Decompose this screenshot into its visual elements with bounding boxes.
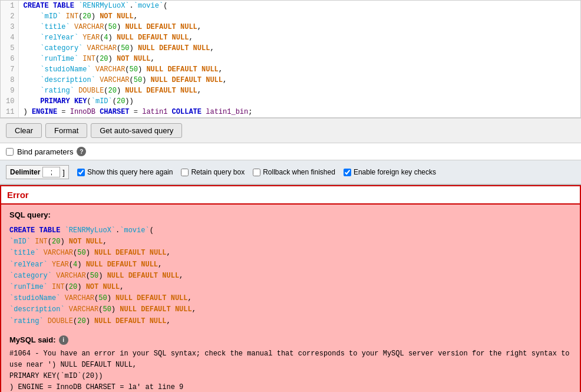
mysql-said-info-icon[interactable]: i bbox=[59, 335, 68, 345]
bind-params-label: Bind parameters bbox=[17, 147, 73, 156]
table-row: 7 `studioName` VARCHAR(50) NULL DEFAULT … bbox=[1, 64, 580, 75]
line-number: 8 bbox=[1, 75, 18, 85]
foreign-key-checkbox[interactable] bbox=[344, 169, 351, 176]
delimiter-bracket: ] bbox=[62, 168, 65, 177]
format-button[interactable]: Format bbox=[45, 123, 87, 138]
show-query-option: Show this query here again bbox=[77, 168, 173, 176]
options-row: Delimiter ] Show this query here again R… bbox=[0, 160, 581, 185]
show-query-label: Show this query here again bbox=[87, 168, 173, 176]
line-number: 2 bbox=[1, 11, 18, 22]
rollback-option: Rollback when finished bbox=[253, 168, 335, 176]
line-number: 3 bbox=[1, 22, 18, 32]
code-content: `runTime` INT(20) NOT NULL, bbox=[18, 54, 580, 64]
table-row: 9 `rating` DOUBLE(20) NULL DEFAULT NULL, bbox=[1, 85, 580, 96]
line-number: 1 bbox=[1, 1, 18, 11]
error-sql-line: `mID` INT(20) NOT NULL, bbox=[9, 236, 572, 248]
code-content: CREATE TABLE `RENRMyLuoX`.`movie`( bbox=[18, 1, 580, 11]
line-number: 9 bbox=[1, 85, 18, 96]
code-content: `rating` DOUBLE(20) NULL DEFAULT NULL, bbox=[18, 85, 580, 96]
rollback-label: Rollback when finished bbox=[263, 168, 335, 176]
table-row: 8 `description` VARCHAR(50) NULL DEFAULT… bbox=[1, 75, 580, 85]
code-table: 1CREATE TABLE `RENRMyLuoX`.`movie`(2 `mI… bbox=[1, 1, 580, 117]
error-sql-line: `relYear` YEAR(4) NULL DEFAULT NULL, bbox=[9, 259, 572, 271]
mysql-said-label: MySQL said: bbox=[9, 335, 56, 344]
error-sql-line: CREATE TABLE `RENRMyLuoX`.`movie`( bbox=[9, 225, 572, 236]
line-number: 7 bbox=[1, 64, 18, 75]
error-message: #1064 - You have an error in your SQL sy… bbox=[9, 348, 572, 392]
code-content: `studioName` VARCHAR(50) NULL DEFAULT NU… bbox=[18, 64, 580, 75]
error-section: Error SQL query: CREATE TABLE `RENRMyLuo… bbox=[0, 185, 581, 392]
table-row: 4 `relYear` YEAR(4) NULL DEFAULT NULL, bbox=[1, 32, 580, 43]
table-row: 1CREATE TABLE `RENRMyLuoX`.`movie`( bbox=[1, 1, 580, 11]
bind-params-row: Bind parameters ? bbox=[0, 143, 581, 160]
error-msg-line: #1064 - You have an error in your SQL sy… bbox=[9, 348, 572, 371]
code-content: ) ENGINE = InnoDB CHARSET = latin1 COLLA… bbox=[18, 107, 580, 117]
mysql-said-row: MySQL said: i bbox=[9, 335, 572, 345]
code-content: PRIMARY KEY(`mID`(20)) bbox=[18, 96, 580, 107]
table-row: 11) ENGINE = InnoDB CHARSET = latin1 COL… bbox=[1, 107, 580, 117]
error-sql-line: `description` VARCHAR(50) NULL DEFAULT N… bbox=[9, 304, 572, 315]
sql-code-block: CREATE TABLE `RENRMyLuoX`.`movie`( `mID`… bbox=[9, 225, 572, 327]
error-sql-line: `rating` DOUBLE(20) NULL DEFAULT NULL, bbox=[9, 316, 572, 327]
error-sql-line: `runTime` INT(20) NOT NULL, bbox=[9, 282, 572, 293]
error-msg-line: PRIMARY KEY(`mID`(20)) bbox=[9, 371, 572, 382]
delimiter-group: Delimiter ] bbox=[6, 165, 69, 179]
line-number: 6 bbox=[1, 54, 18, 64]
sql-query-label: SQL query: bbox=[9, 210, 572, 219]
bind-params-info-icon[interactable]: ? bbox=[77, 147, 86, 156]
table-row: 3 `title` VARCHAR(50) NULL DEFAULT NULL, bbox=[1, 22, 580, 32]
line-number: 5 bbox=[1, 43, 18, 54]
code-content: `relYear` YEAR(4) NULL DEFAULT NULL, bbox=[18, 32, 580, 43]
table-row: 6 `runTime` INT(20) NOT NULL, bbox=[1, 54, 580, 64]
line-number: 10 bbox=[1, 96, 18, 107]
show-query-checkbox[interactable] bbox=[77, 169, 85, 176]
retain-query-checkbox[interactable] bbox=[181, 169, 189, 176]
foreign-key-label: Enable foreign key checks bbox=[354, 168, 436, 176]
bind-params-checkbox[interactable] bbox=[6, 148, 14, 156]
error-msg-line: ) ENGINE = InnoDB CHARSET = la' at line … bbox=[9, 382, 572, 392]
table-row: 2 `mID` INT(20) NOT NULL, bbox=[1, 11, 580, 22]
error-sql-line: `category` VARCHAR(50) NULL DEFAULT NULL… bbox=[9, 271, 572, 282]
delimiter-input[interactable] bbox=[42, 167, 60, 177]
delimiter-label: Delimiter bbox=[10, 168, 40, 176]
rollback-checkbox[interactable] bbox=[253, 169, 260, 176]
foreign-key-option: Enable foreign key checks bbox=[344, 168, 436, 176]
code-content: `mID` INT(20) NOT NULL, bbox=[18, 11, 580, 22]
error-title: Error bbox=[7, 190, 29, 200]
retain-query-label: Retain query box bbox=[191, 168, 245, 176]
line-number: 11 bbox=[1, 107, 18, 117]
clear-button[interactable]: Clear bbox=[6, 123, 42, 138]
error-body: SQL query: CREATE TABLE `RENRMyLuoX`.`mo… bbox=[1, 205, 580, 392]
table-row: 5 `category` VARCHAR(50) NULL DEFAULT NU… bbox=[1, 43, 580, 54]
code-content: `description` VARCHAR(50) NULL DEFAULT N… bbox=[18, 75, 580, 85]
code-content: `title` VARCHAR(50) NULL DEFAULT NULL, bbox=[18, 22, 580, 32]
table-row: 10 PRIMARY KEY(`mID`(20)) bbox=[1, 96, 580, 107]
sql-editor[interactable]: 1CREATE TABLE `RENRMyLuoX`.`movie`(2 `mI… bbox=[0, 0, 581, 118]
auto-save-button[interactable]: Get auto-saved query bbox=[91, 123, 182, 138]
error-sql-line: `title` VARCHAR(50) NULL DEFAULT NULL, bbox=[9, 248, 572, 259]
code-content: `category` VARCHAR(50) NULL DEFAULT NULL… bbox=[18, 43, 580, 54]
line-number: 4 bbox=[1, 32, 18, 43]
retain-query-option: Retain query box bbox=[181, 168, 245, 176]
error-sql-line: `studioName` VARCHAR(50) NULL DEFAULT NU… bbox=[9, 293, 572, 304]
toolbar: Clear Format Get auto-saved query bbox=[0, 118, 581, 143]
error-header: Error bbox=[1, 186, 580, 205]
